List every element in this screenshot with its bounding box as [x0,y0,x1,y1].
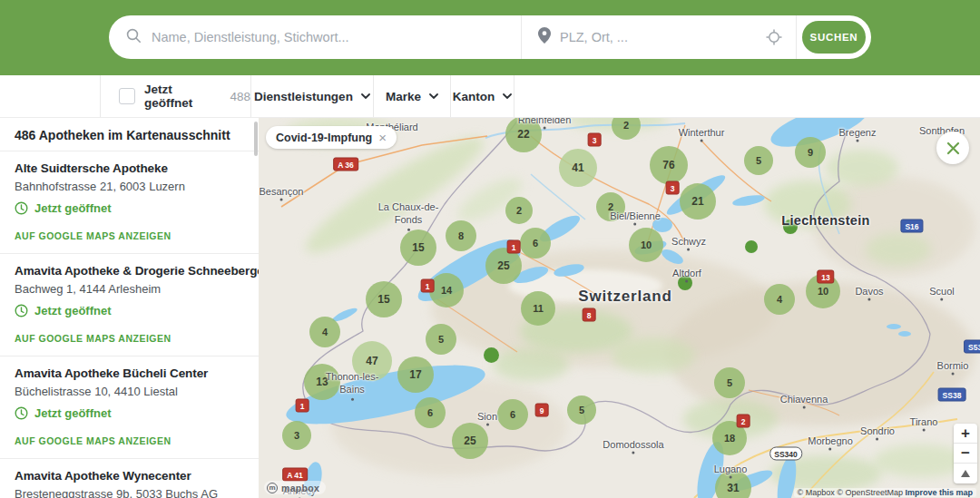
map-cluster-marker[interactable]: 5 [426,324,456,355]
clock-icon [15,304,28,317]
filter-dropdown-services[interactable]: Dienstleistungen [251,75,374,117]
pharmacy-address: Bresteneggstrasse 9b, 5033 Buchs AG [15,487,244,498]
google-maps-link[interactable]: AUF GOOGLE MAPS ANZEIGEN [15,333,244,344]
filter-open-now[interactable]: Jetzt geöffnet 488 [101,75,251,117]
map-cluster-marker[interactable]: 8 [446,220,476,251]
top-header: Name, Dienstleistung, Stichwort... PLZ, … [0,0,980,75]
map-cluster-marker[interactable]: 4 [764,284,795,315]
pharmacy-name: Amavita Apotheke & Drogerie Schneeberger [15,264,244,278]
filter-bar: Jetzt geöffnet 488 Dienstleistungen Mark… [0,75,980,118]
map-dot-marker[interactable] [678,276,692,290]
map-cluster-marker[interactable]: 6 [415,397,446,428]
map-cluster-marker[interactable]: 18 [712,421,747,455]
map-cluster-marker[interactable]: 25 [452,423,488,459]
pharmacy-address: Bachweg 1, 4144 Arlesheim [15,282,244,296]
location-input[interactable]: PLZ, Ort, ... [560,30,757,44]
map-cluster-marker[interactable]: 76 [650,146,688,184]
attribution-mapbox-link[interactable]: © Mapbox [798,488,835,497]
compass-button[interactable] [954,464,977,483]
chevron-down-icon [361,93,370,99]
sidebar-scrollbar[interactable] [254,122,258,156]
pharmacy-address: Bahnhofstrasse 21, 6003 Luzern [15,180,244,193]
open-status-label: Jetzt geöffnet [34,201,112,215]
services-label: Dienstleistungen [254,90,353,103]
map-dot-marker[interactable] [484,347,499,363]
pharmacy-list-item[interactable]: Amavita Apotheke Bücheli Center Büchelis… [0,356,259,459]
mapbox-logo[interactable]: m mapbox [264,481,326,494]
active-filter-chip[interactable]: Covid-19-Impfung × [266,126,397,149]
clock-icon [15,201,28,215]
map-cluster-marker[interactable]: 47 [352,341,392,381]
map-cluster-marker[interactable]: 10 [806,274,840,308]
open-status: Jetzt geöffnet [15,304,244,317]
map-cluster-marker[interactable]: 6 [520,228,551,259]
map-canvas[interactable]: 2224176215922625815101114154471317563256… [259,118,980,498]
compass-icon [961,470,970,477]
remove-filter-icon[interactable]: × [378,131,387,144]
zoom-in-button[interactable]: + [954,424,977,444]
map-cluster-marker[interactable]: 5 [567,395,596,425]
map-cluster-marker[interactable]: 4 [309,317,340,347]
canton-label: Kanton [453,90,495,103]
open-status: Jetzt geöffnet [15,406,244,420]
filter-dropdown-canton[interactable]: Kanton [451,75,514,117]
mapbox-wordmark: mapbox [281,483,319,493]
results-sidebar: 486 Apotheken im Kartenausschnitt Alte S… [0,118,259,498]
map-cluster-marker[interactable]: 14 [429,273,464,308]
map-cluster-marker[interactable]: 17 [397,356,434,393]
map-cluster-marker[interactable]: 41 [559,149,597,187]
map-cluster-marker[interactable]: 6 [497,399,528,430]
map-cluster-marker[interactable]: 2 [596,192,625,221]
search-bar: Name, Dienstleistung, Stichwort... PLZ, … [109,15,871,59]
brand-label: Marke [386,90,421,103]
map-zoom-control: + − [954,424,977,483]
keyword-search-input[interactable]: Name, Dienstleistung, Stichwort... [152,30,349,44]
open-now-checkbox[interactable] [119,88,135,104]
google-maps-link[interactable]: AUF GOOGLE MAPS ANZEIGEN [15,230,244,241]
map-cluster-marker[interactable]: 21 [680,183,716,220]
pharmacy-name: Alte Suidtersche Apotheke [15,161,244,175]
filter-dropdown-brand[interactable]: Marke [374,75,451,117]
map-dot-marker[interactable] [783,220,798,234]
open-now-count: 488 [230,90,250,103]
map-cluster-marker[interactable]: 15 [400,229,436,266]
keyword-search-section[interactable]: Name, Dienstleistung, Stichwort... [109,15,522,59]
pharmacy-list-item[interactable]: Amavita Apotheke Wynecenter Bresteneggst… [0,459,259,498]
map-cluster-marker[interactable]: 13 [304,364,340,400]
map-cluster-marker[interactable]: 3 [282,421,311,450]
map-dot-marker[interactable] [745,240,758,253]
close-map-button[interactable] [936,132,969,164]
map-cluster-marker[interactable]: 2 [505,197,533,224]
filter-chip-label: Covid-19-Impfung [276,132,372,144]
search-icon [126,28,142,47]
map-cluster-marker[interactable]: 15 [366,281,402,317]
search-button[interactable]: SUCHEN [802,21,866,54]
google-maps-link[interactable]: AUF GOOGLE MAPS ANZEIGEN [15,435,244,446]
pharmacy-name: Amavita Apotheke Bücheli Center [15,366,244,380]
location-search-section[interactable]: PLZ, Ort, ... [522,15,796,59]
pharmacy-name: Amavita Apotheke Wynecenter [15,469,244,483]
open-status-label: Jetzt geöffnet [34,406,112,420]
zoom-out-button[interactable]: − [954,444,977,464]
map-cluster-marker[interactable]: 25 [485,248,522,284]
filter-bar-spacer [0,75,101,117]
map-cluster-marker[interactable]: 5 [744,146,773,175]
map-cluster-marker[interactable]: 11 [521,291,555,326]
result-count: 486 Apotheken im Kartenausschnitt [0,118,259,151]
map-cluster-marker[interactable]: 5 [714,367,745,398]
attribution-osm-link[interactable]: © OpenStreetMap [837,488,903,497]
geolocate-icon[interactable] [766,29,796,45]
pharmacy-list-item[interactable]: Alte Suidtersche Apotheke Bahnhofstrasse… [0,151,259,254]
map-terrain-layer [259,118,980,498]
map-attribution: © Mapbox © OpenStreetMap Improve this ma… [794,488,976,497]
map-cluster-marker[interactable]: 9 [795,137,826,168]
map-cluster-marker[interactable]: 10 [629,228,663,262]
open-status-label: Jetzt geöffnet [34,304,112,317]
mapbox-icon: m [267,483,278,493]
pharmacy-address: Büchelistrasse 10, 4410 Liestal [15,385,244,398]
location-pin-icon [538,27,551,47]
open-status: Jetzt geöffnet [15,201,244,215]
pharmacy-list-item[interactable]: Amavita Apotheke & Drogerie Schneeberger… [0,254,259,356]
improve-map-link[interactable]: Improve this map [905,488,973,497]
close-icon [946,142,960,155]
